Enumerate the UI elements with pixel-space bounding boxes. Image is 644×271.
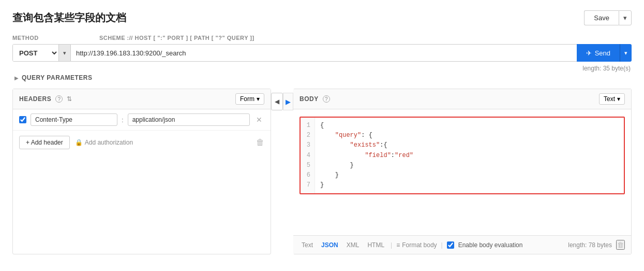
- save-btn-group: Save ▾: [584, 10, 632, 25]
- add-auth-button[interactable]: 🔒 Add authorization: [75, 139, 133, 146]
- query-params-label[interactable]: QUERY PARAMETERS: [22, 74, 92, 81]
- header-value-input[interactable]: [128, 113, 250, 126]
- help-icon[interactable]: ?: [55, 95, 63, 103]
- code-container: 1234567 { "query": { "exists":{ "field":…: [299, 117, 625, 194]
- body-footer: Text JSON XML HTML | ≡ Format body | Ena…: [293, 235, 631, 254]
- body-panel: BODY ? Text ▾ 1234567 { "query": { "exis…: [293, 89, 632, 254]
- url-label: SCHEME :// HOST [ ":" PORT ] [ PATH [ "?…: [99, 35, 632, 41]
- method-url-row: POST GET PUT DELETE PATCH ▾ ✈ Send ▾: [12, 44, 632, 62]
- paper-plane-icon: ✈: [586, 49, 592, 57]
- send-btn-group: ✈ Send ▾: [577, 44, 632, 62]
- method-label: METHOD: [12, 35, 95, 41]
- text-dropdown-button[interactable]: Text ▾: [599, 93, 625, 105]
- format-body-button[interactable]: ≡ Format body: [396, 241, 437, 249]
- sort-icon[interactable]: ⇅: [67, 95, 72, 103]
- collapse-arrow-button[interactable]: ◀: [271, 93, 283, 110]
- format-icon: ≡: [396, 241, 400, 249]
- enable-eval-label[interactable]: Enable body evaluation: [458, 241, 523, 249]
- headers-panel-header-left: HEADERS ? ⇅: [19, 95, 72, 103]
- lock-icon: 🔒: [75, 139, 83, 146]
- footer-tab-xml[interactable]: XML: [345, 240, 362, 250]
- add-header-button[interactable]: + Add header: [19, 136, 70, 149]
- delete-all-headers-button[interactable]: 🗑: [256, 138, 264, 147]
- save-dropdown-button[interactable]: ▾: [619, 10, 632, 25]
- chevron-right-icon: ▶: [14, 75, 19, 81]
- headers-panel-header: HEADERS ? ⇅ Form ▾: [13, 89, 271, 109]
- footer-tab-json[interactable]: JSON: [319, 240, 340, 250]
- trash-icon: 🗑: [256, 138, 264, 147]
- body-help-icon[interactable]: ?: [323, 95, 330, 103]
- footer-tab-text[interactable]: Text: [299, 240, 315, 250]
- method-select[interactable]: POST GET PUT DELETE PATCH: [13, 45, 58, 61]
- send-button[interactable]: ✈ Send: [577, 44, 620, 62]
- body-delete-button[interactable]: 🗑: [616, 240, 625, 250]
- expand-arrow-button[interactable]: ▶: [283, 93, 293, 110]
- chevron-down-icon: ▾: [257, 95, 260, 103]
- footer-sep-2: |: [441, 241, 443, 249]
- save-button[interactable]: Save: [584, 10, 619, 25]
- query-params-row[interactable]: ▶ QUERY PARAMETERS: [12, 74, 632, 81]
- header-row: : ✕: [13, 109, 271, 131]
- header-key-input[interactable]: [31, 113, 117, 126]
- chevron-down-icon: ▾: [623, 14, 627, 22]
- url-length: length: 35 byte(s): [12, 65, 632, 72]
- chevron-down-icon: ▾: [624, 50, 627, 56]
- trash-icon: 🗑: [617, 241, 624, 249]
- footer-sep-1: |: [391, 241, 392, 249]
- chevron-left-icon: ◀: [275, 98, 279, 105]
- title-row: 查询包含某些字段的文档 Save ▾: [12, 10, 632, 25]
- headers-label: HEADERS: [19, 95, 51, 103]
- method-dropdown-button[interactable]: ▾: [58, 45, 70, 61]
- send-dropdown-button[interactable]: ▾: [620, 44, 632, 62]
- body-editor[interactable]: 1234567 { "query": { "exists":{ "field":…: [293, 109, 631, 235]
- body-panel-header: BODY ? Text ▾: [293, 89, 631, 109]
- header-enabled-checkbox[interactable]: [19, 116, 26, 123]
- form-dropdown-button[interactable]: Form ▾: [235, 93, 264, 105]
- header-colon: :: [122, 116, 124, 124]
- line-numbers: 1234567: [301, 118, 315, 193]
- main-container: 查询包含某些字段的文档 Save ▾ METHOD SCHEME :// HOS…: [0, 0, 644, 271]
- footer-tab-html[interactable]: HTML: [365, 240, 386, 250]
- body-length: length: 78 bytes: [568, 241, 612, 249]
- two-panel: HEADERS ? ⇅ Form ▾ : ✕ + Add header: [12, 89, 632, 254]
- add-row: + Add header 🔒 Add authorization 🗑: [13, 131, 271, 154]
- body-label: BODY: [299, 95, 319, 103]
- url-input[interactable]: [71, 44, 577, 62]
- code-content: { "query": { "exists":{ "field":"red" } …: [315, 118, 418, 193]
- method-select-group: POST GET PUT DELETE PATCH ▾: [12, 44, 71, 62]
- headers-panel: HEADERS ? ⇅ Form ▾ : ✕ + Add header: [12, 89, 271, 254]
- page-title: 查询包含某些字段的文档: [12, 11, 126, 25]
- enable-eval-checkbox[interactable]: [447, 241, 454, 249]
- header-delete-button[interactable]: ✕: [254, 115, 264, 125]
- chevron-down-icon: ▾: [617, 95, 620, 103]
- chevron-down-icon: ▾: [63, 50, 66, 56]
- chevron-right-icon: ▶: [286, 98, 291, 106]
